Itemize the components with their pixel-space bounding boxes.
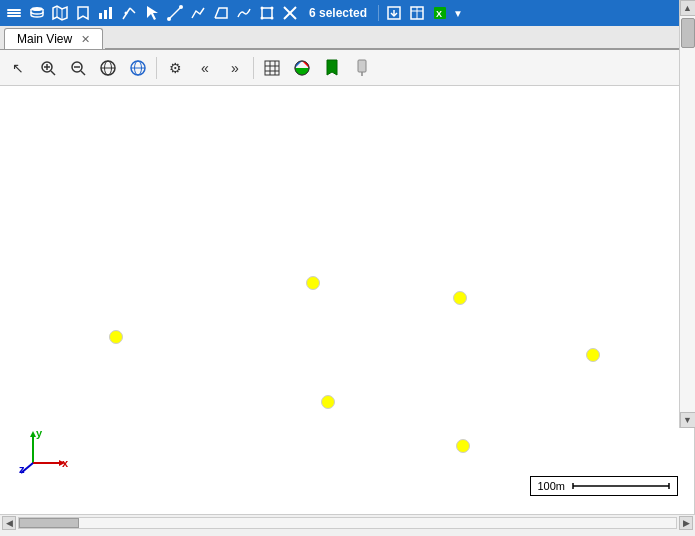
- database-icon[interactable]: [27, 3, 47, 23]
- axes-indicator: y x z: [18, 425, 73, 478]
- svg-text:y: y: [36, 427, 43, 439]
- toolbar: ↖ ⚙ « »: [0, 50, 695, 86]
- right-scrollbar[interactable]: ▲ ▼: [679, 0, 695, 428]
- chart-icon[interactable]: [96, 3, 116, 23]
- line-icon[interactable]: [188, 3, 208, 23]
- map-dot-3: [109, 330, 123, 344]
- svg-point-12: [125, 12, 128, 15]
- svg-rect-17: [262, 8, 272, 18]
- transform-icon[interactable]: [257, 3, 277, 23]
- svg-point-3: [31, 7, 43, 11]
- freehand-icon[interactable]: [234, 3, 254, 23]
- draw-icon[interactable]: [119, 3, 139, 23]
- map-icon[interactable]: [50, 3, 70, 23]
- table-icon[interactable]: [407, 3, 427, 23]
- toolbar-dropdown[interactable]: ▼: [453, 8, 463, 19]
- svg-point-21: [271, 17, 274, 20]
- bookmark-tool[interactable]: [318, 54, 346, 82]
- svg-rect-44: [265, 61, 279, 75]
- svg-text:z: z: [19, 463, 25, 475]
- svg-marker-4: [53, 6, 67, 20]
- titlebar: 6 selected X ▼: [0, 0, 695, 26]
- svg-line-11: [130, 8, 135, 13]
- cursor-icon[interactable]: [142, 3, 162, 23]
- polygon-icon[interactable]: [211, 3, 231, 23]
- svg-line-32: [51, 71, 55, 75]
- scroll-up-arrow[interactable]: ▲: [680, 0, 696, 16]
- bottom-scrollbar: ◀ ▶: [0, 514, 695, 530]
- svg-marker-13: [147, 6, 158, 20]
- svg-point-20: [261, 17, 264, 20]
- main-view-tab[interactable]: Main View ✕: [4, 28, 103, 49]
- scroll-down-arrow[interactable]: ▼: [680, 412, 696, 428]
- svg-point-19: [271, 7, 274, 10]
- zoom-out-tool[interactable]: [64, 54, 92, 82]
- scale-bar: 100m: [530, 476, 678, 496]
- select-tool[interactable]: ↖: [4, 54, 32, 82]
- scroll-track-horizontal: [18, 517, 677, 529]
- map-dot-4: [586, 348, 600, 362]
- measure-line-icon[interactable]: [165, 3, 185, 23]
- export-icon[interactable]: [384, 3, 404, 23]
- svg-rect-1: [7, 12, 21, 14]
- svg-rect-9: [109, 7, 112, 19]
- svg-rect-8: [104, 10, 107, 19]
- svg-rect-2: [7, 15, 21, 17]
- map-view[interactable]: y x z 100m: [0, 86, 695, 514]
- grid-tool[interactable]: [258, 54, 286, 82]
- svg-point-15: [167, 17, 171, 21]
- back-tool[interactable]: «: [191, 54, 219, 82]
- excel-icon[interactable]: X: [430, 3, 450, 23]
- map-dot-5: [321, 395, 335, 409]
- svg-rect-7: [99, 13, 102, 19]
- svg-point-16: [179, 5, 183, 9]
- pin-tool[interactable]: [348, 54, 376, 82]
- tabbar: Main View ✕ ▼: [0, 26, 695, 50]
- layers-icon[interactable]: [4, 3, 24, 23]
- map-dot-2: [453, 291, 467, 305]
- svg-rect-0: [7, 9, 21, 11]
- scroll-track-vertical: [680, 16, 695, 412]
- zoom-in-tool[interactable]: [34, 54, 62, 82]
- svg-rect-51: [358, 60, 366, 72]
- scroll-right-arrow[interactable]: ▶: [679, 516, 693, 530]
- zoom-layer-tool[interactable]: [124, 54, 152, 82]
- bookmark-icon[interactable]: [73, 3, 93, 23]
- view-row: y x z 100m ▲: [0, 86, 695, 514]
- map-dot-1: [306, 276, 320, 290]
- svg-text:x: x: [62, 457, 69, 469]
- scroll-left-arrow[interactable]: ◀: [2, 516, 16, 530]
- forward-tool[interactable]: »: [221, 54, 249, 82]
- delete-icon[interactable]: [280, 3, 300, 23]
- zoom-globe-tool[interactable]: [94, 54, 122, 82]
- svg-text:X: X: [436, 9, 442, 19]
- svg-line-36: [81, 71, 85, 75]
- map-dot-6: [456, 439, 470, 453]
- settings-tool[interactable]: ⚙: [161, 54, 189, 82]
- style-tool[interactable]: [288, 54, 316, 82]
- svg-point-18: [261, 7, 264, 10]
- svg-line-14: [169, 7, 181, 19]
- selected-badge: 6 selected: [303, 6, 373, 20]
- close-tab-icon[interactable]: ✕: [81, 33, 90, 45]
- scroll-thumb-vertical[interactable]: [681, 18, 695, 48]
- scroll-thumb-horizontal[interactable]: [19, 518, 79, 528]
